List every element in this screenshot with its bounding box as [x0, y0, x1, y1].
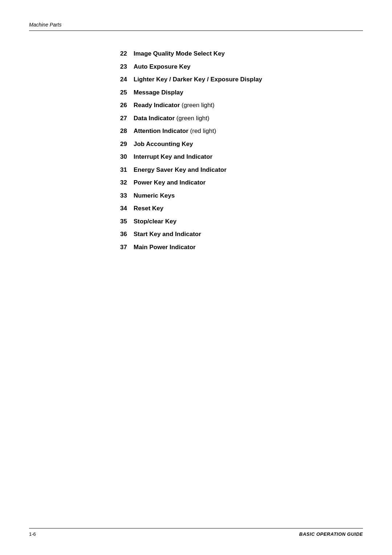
item-label: Auto Exposure Key: [134, 62, 191, 72]
item-number: 22: [109, 49, 127, 58]
item-bold-text: Reset Key: [134, 205, 163, 212]
item-bold-text: Image Quality Mode Select Key: [134, 50, 225, 57]
list-item: 34Reset Key: [109, 204, 363, 213]
item-label: Ready Indicator (green light): [134, 101, 215, 110]
item-number: 37: [109, 243, 127, 252]
footer-guide-title: BASIC OPERATION GUIDE: [299, 531, 363, 537]
list-item: 26Ready Indicator (green light): [109, 101, 363, 110]
item-number: 31: [109, 165, 127, 175]
list-item: 23Auto Exposure Key: [109, 62, 363, 72]
item-number: 29: [109, 139, 127, 149]
list-item: 29Job Accounting Key: [109, 139, 363, 149]
item-label: Numeric Keys: [134, 191, 175, 200]
item-bold-text: Data Indicator: [134, 115, 175, 122]
list-item: 35Stop/clear Key: [109, 217, 363, 226]
item-bold-text: Lighter Key / Darker Key / Exposure Disp…: [134, 76, 262, 83]
item-number: 26: [109, 101, 127, 110]
item-number: 27: [109, 114, 127, 123]
item-bold-text: Main Power Indicator: [134, 244, 196, 251]
item-number: 33: [109, 191, 127, 200]
item-normal-text: (green light): [180, 102, 215, 109]
item-number: 32: [109, 178, 127, 187]
content-area: 22Image Quality Mode Select Key23Auto Ex…: [29, 42, 363, 252]
list-item: 24Lighter Key / Darker Key / Exposure Di…: [109, 75, 363, 84]
page: Machine Parts 22Image Quality Mode Selec…: [0, 0, 392, 555]
item-label: Message Display: [134, 88, 183, 97]
item-bold-text: Auto Exposure Key: [134, 63, 191, 70]
item-label: Start Key and Indicator: [134, 230, 201, 239]
item-bold-text: Power Key and Indicator: [134, 179, 205, 186]
item-label: Job Accounting Key: [134, 139, 193, 149]
list-item: 37Main Power Indicator: [109, 243, 363, 252]
item-label: Main Power Indicator: [134, 243, 196, 252]
list-item: 32Power Key and Indicator: [109, 178, 363, 187]
item-bold-text: Interrupt Key and Indicator: [134, 153, 212, 160]
item-bold-text: Attention Indicator: [134, 127, 188, 134]
item-normal-text: (green light): [175, 115, 209, 122]
header-title: Machine Parts: [29, 22, 61, 28]
list-item: 30Interrupt Key and Indicator: [109, 152, 363, 162]
item-label: Stop/clear Key: [134, 217, 176, 226]
item-number: 28: [109, 126, 127, 136]
item-bold-text: Start Key and Indicator: [134, 231, 201, 238]
item-label: Interrupt Key and Indicator: [134, 152, 212, 162]
item-label: Data Indicator (green light): [134, 114, 209, 123]
item-normal-text: (red light): [188, 127, 216, 134]
item-label: Reset Key: [134, 204, 163, 213]
item-number: 35: [109, 217, 127, 226]
item-bold-text: Ready Indicator: [134, 102, 180, 109]
list-item: 22Image Quality Mode Select Key: [109, 49, 363, 58]
page-header: Machine Parts: [29, 22, 363, 31]
item-bold-text: Energy Saver Key and Indicator: [134, 166, 226, 173]
list-item: 25Message Display: [109, 88, 363, 97]
item-label: Attention Indicator (red light): [134, 126, 216, 136]
item-label: Image Quality Mode Select Key: [134, 49, 225, 58]
item-number: 24: [109, 75, 127, 84]
item-number: 23: [109, 62, 127, 72]
item-label: Energy Saver Key and Indicator: [134, 165, 226, 175]
item-label: Power Key and Indicator: [134, 178, 205, 187]
page-footer: 1-6 BASIC OPERATION GUIDE: [29, 528, 363, 537]
item-label: Lighter Key / Darker Key / Exposure Disp…: [134, 75, 262, 84]
item-bold-text: Stop/clear Key: [134, 218, 176, 225]
list-item: 28Attention Indicator (red light): [109, 126, 363, 136]
item-number: 36: [109, 230, 127, 239]
item-bold-text: Numeric Keys: [134, 192, 175, 199]
list-item: 31Energy Saver Key and Indicator: [109, 165, 363, 175]
item-bold-text: Message Display: [134, 89, 183, 96]
item-bold-text: Job Accounting Key: [134, 141, 193, 147]
item-number: 25: [109, 88, 127, 97]
item-number: 34: [109, 204, 127, 213]
item-number: 30: [109, 152, 127, 162]
list-item: 36Start Key and Indicator: [109, 230, 363, 239]
list-item: 27Data Indicator (green light): [109, 114, 363, 123]
footer-page-number: 1-6: [29, 531, 36, 537]
list-item: 33Numeric Keys: [109, 191, 363, 200]
